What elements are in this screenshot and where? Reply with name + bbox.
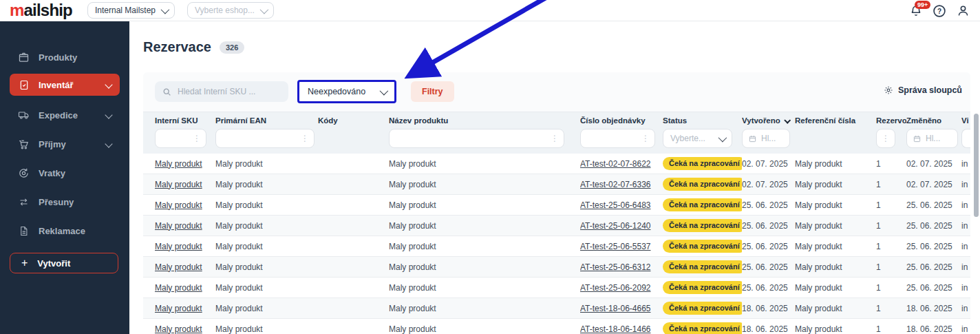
cell-vytvoreno: 02. 07. 2025 — [742, 180, 795, 189]
user-menu-button[interactable] — [955, 3, 970, 19]
filter-input-order[interactable]: ⋮ — [580, 129, 655, 148]
cell-vi: in — [961, 180, 970, 189]
manage-columns-button[interactable]: Správa sloupců — [884, 85, 962, 95]
sidebar-item-expedice[interactable]: Expedice — [10, 104, 120, 126]
product-link[interactable]: Maly produkt — [155, 242, 202, 251]
column-header-nazev[interactable]: Název produktu — [389, 116, 580, 125]
eshop-select[interactable]: Vyberte eshop... — [187, 2, 274, 19]
cell-nazev: Maly produkt — [389, 304, 580, 313]
cell-nazev: Maly produkt — [389, 262, 580, 272]
table-row: Maly produktMaly produktMaly produktAT-t… — [143, 298, 970, 319]
account-select[interactable]: Internal Mailstep — [87, 2, 175, 19]
kebab-icon: ⋮ — [193, 134, 201, 143]
cell-nazev: Maly produkt — [389, 283, 580, 293]
expedition-status-select[interactable]: Neexpedováno — [297, 80, 396, 103]
order-link[interactable]: AT-test-25-06-1240 — [580, 221, 651, 231]
status-badge: Čeká na zpracování — [663, 322, 742, 334]
filter-input-rez[interactable]: ⋮ — [876, 129, 895, 148]
column-header-label: Referenční čísla — [795, 116, 855, 125]
column-header-sku[interactable]: Interní SKU — [155, 116, 215, 125]
column-header-ref[interactable]: Referenční čísla — [795, 116, 876, 125]
order-link[interactable]: AT-test-25-06-6312 — [580, 262, 651, 272]
cell-status: Čeká na zpracování — [663, 178, 742, 190]
product-link[interactable]: Maly produkt — [155, 283, 202, 293]
cell-zmeneno: 18. 06. 2025 — [906, 304, 961, 313]
filter-input-vi[interactable] — [961, 129, 970, 148]
order-link[interactable]: AT-test-02-07-8622 — [580, 159, 651, 169]
cell-vytvoreno: 25. 06. 2025 — [742, 283, 795, 293]
cell-vytvoreno: 02. 07. 2025 — [742, 159, 795, 169]
kebab-icon: ⋮ — [882, 134, 890, 143]
cell-ref: Maly produkt — [795, 221, 876, 231]
column-header-vi[interactable]: Vi — [961, 116, 970, 125]
product-link[interactable]: Maly produkt — [155, 262, 202, 272]
column-header-label: Název produktu — [389, 116, 448, 125]
search-icon — [162, 87, 171, 96]
sidebar-item-label: Inventář — [39, 80, 74, 90]
order-link[interactable]: AT-test-18-06-4665 — [580, 304, 651, 313]
column-header-order[interactable]: Číslo objednávky — [580, 116, 663, 125]
filter-date-zmeneno[interactable]: Hl... — [906, 129, 958, 148]
sidebar-item-prijmy[interactable]: Příjmy — [10, 133, 120, 155]
filters-button[interactable]: Filtry — [411, 81, 454, 102]
sidebar-item-presuny[interactable]: Přesuny — [10, 191, 120, 213]
cell-ref: Maly produkt — [795, 180, 876, 189]
gear-icon — [884, 85, 893, 95]
cell-ean: Maly produkt — [215, 262, 318, 272]
sort-desc-icon[interactable] — [784, 116, 791, 123]
cell-rez: 1 — [876, 200, 906, 210]
order-link[interactable]: AT-test-25-06-2092 — [580, 283, 651, 293]
order-link[interactable]: AT-test-25-06-6483 — [580, 200, 651, 210]
search-input[interactable]: Hledat Interní SKU ... — [155, 81, 288, 102]
column-header-label: Primární EAN — [215, 116, 266, 125]
column-header-rez[interactable]: Rezervova — [876, 116, 906, 125]
cell-sku: Maly produkt — [155, 221, 215, 231]
cell-nazev: Maly produkt — [389, 242, 580, 251]
product-link[interactable]: Maly produkt — [155, 200, 202, 210]
notifications-button[interactable]: 99+ — [908, 3, 924, 19]
create-button[interactable]: + Vytvořit — [10, 253, 118, 273]
chevron-down-icon — [718, 133, 727, 142]
filter-select-status[interactable]: Vyberte... — [663, 129, 732, 148]
column-header-ean[interactable]: Primární EAN — [215, 116, 318, 125]
order-link[interactable]: AT-test-02-07-6336 — [580, 180, 651, 189]
product-link[interactable]: Maly produkt — [155, 221, 202, 231]
cell-status: Čeká na zpracování — [663, 157, 742, 169]
product-link[interactable]: Maly produkt — [155, 159, 202, 169]
sidebar-item-produkty[interactable]: Produkty — [10, 46, 120, 68]
app-root: mailship Internal Mailstep Vyberte eshop… — [0, 0, 980, 334]
filter-input-sku[interactable]: ⋮ — [155, 129, 206, 148]
help-button[interactable]: ? — [932, 3, 947, 19]
filter-date-vytvoreno[interactable]: Hl... — [742, 129, 790, 148]
status-badge: Čeká na zpracování — [663, 219, 742, 231]
table-row: Maly produktMaly produktMaly produktAT-t… — [143, 319, 970, 334]
filter-input-ean[interactable]: ⋮ — [215, 129, 315, 148]
cell-sku: Maly produkt — [155, 304, 215, 313]
chevron-down-icon — [260, 5, 269, 14]
column-header-kody[interactable]: Kódy — [318, 116, 389, 125]
order-link[interactable]: AT-test-18-06-1466 — [580, 324, 651, 334]
filter-input-nazev[interactable]: ⋮ — [389, 129, 564, 148]
column-header-zmeneno[interactable]: Změněno — [906, 116, 961, 125]
page-header: Rezervace 326 — [143, 39, 980, 55]
column-header-status[interactable]: Status — [663, 116, 742, 125]
cell-nazev: Maly produkt — [389, 159, 580, 169]
cell-rez: 1 — [876, 262, 906, 272]
cart-icon — [18, 138, 30, 150]
column-header-label: Vi — [961, 116, 969, 125]
sidebar-item-label: Produkty — [39, 52, 77, 63]
column-header-vytvoreno[interactable]: Vytvořeno — [742, 116, 795, 125]
sidebar-item-reklamace[interactable]: Reklamace — [10, 220, 120, 242]
product-link[interactable]: Maly produkt — [155, 324, 202, 334]
vertical-scrollbar[interactable] — [974, 114, 979, 217]
cell-vi: in — [961, 159, 970, 169]
sidebar-item-inventar[interactable]: Inventář — [10, 74, 120, 96]
cell-ref: Maly produkt — [795, 324, 876, 334]
cell-vytvoreno: 18. 06. 2025 — [742, 304, 795, 313]
table-row: Maly produktMaly produktMaly produktAT-t… — [143, 195, 970, 216]
sidebar-item-vratky[interactable]: Vratky — [10, 162, 120, 184]
cell-ref: Maly produkt — [795, 262, 876, 272]
product-link[interactable]: Maly produkt — [155, 304, 202, 313]
product-link[interactable]: Maly produkt — [155, 180, 202, 189]
order-link[interactable]: AT-test-25-06-5537 — [580, 242, 651, 251]
